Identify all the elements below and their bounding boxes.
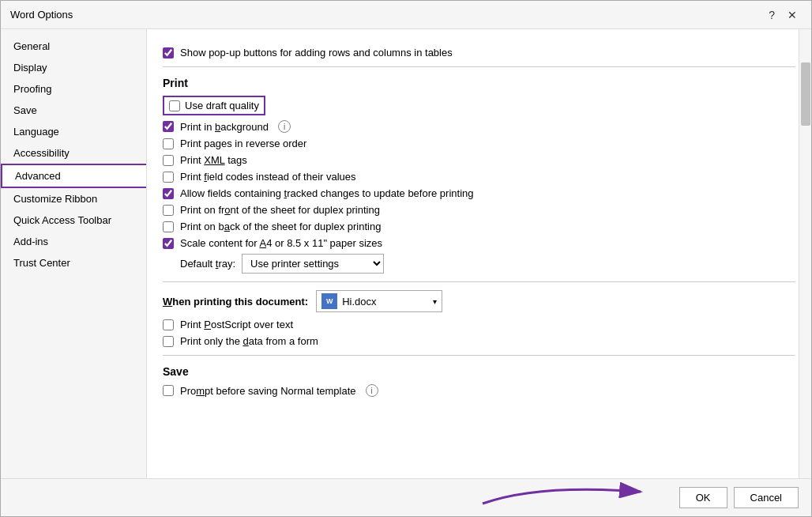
print-back-row: Print on back of the sheet for duplex pr… bbox=[163, 221, 795, 232]
print-back-label: Print on back of the sheet for duplex pr… bbox=[180, 221, 381, 232]
scale-content-checkbox[interactable] bbox=[163, 238, 174, 249]
prompt-normal-info-icon: i bbox=[366, 384, 378, 397]
scrollbar[interactable] bbox=[799, 29, 811, 478]
main-wrapper: Show pop-up buttons for adding rows and … bbox=[147, 29, 811, 478]
prompt-normal-checkbox[interactable] bbox=[163, 385, 174, 396]
doc-name: Hi.docx bbox=[342, 296, 376, 308]
cancel-button[interactable]: Cancel bbox=[734, 487, 799, 508]
default-tray-select[interactable]: Use printer settings Printer auto select… bbox=[242, 254, 384, 274]
ok-button[interactable]: OK bbox=[679, 487, 727, 508]
footer: OK Cancel bbox=[1, 478, 811, 516]
prompt-normal-row: Prompt before saving Normal template i bbox=[163, 384, 795, 397]
scale-content-row: Scale content for A4 or 8.5 x 11" paper … bbox=[163, 237, 795, 249]
title-bar-controls: ? ✕ bbox=[764, 7, 802, 23]
use-draft-checkbox[interactable] bbox=[169, 100, 180, 111]
print-background-info-icon: i bbox=[278, 120, 291, 133]
allow-fields-checkbox[interactable] bbox=[163, 188, 174, 199]
show-popup-checkbox[interactable] bbox=[163, 47, 174, 58]
scale-content-label: Scale content for A4 or 8.5 x 11" paper … bbox=[180, 237, 382, 249]
print-xml-label: Print XML tags bbox=[180, 154, 247, 166]
print-background-checkbox[interactable] bbox=[163, 121, 174, 132]
print-form-data-row: Print only the data from a form bbox=[163, 335, 795, 347]
print-postscript-checkbox[interactable] bbox=[163, 319, 174, 330]
word-options-dialog: Word Options ? ✕ GeneralDisplayProofingS… bbox=[0, 0, 812, 517]
print-field-codes-label: Print field codes instead of their value… bbox=[180, 171, 356, 183]
divider-2 bbox=[163, 281, 795, 282]
save-section-title: Save bbox=[163, 365, 795, 378]
sidebar-item-display[interactable]: Display bbox=[1, 57, 146, 78]
allow-fields-label: Allow fields containing tracked changes … bbox=[180, 187, 474, 199]
show-popup-buttons-row: Show pop-up buttons for adding rows and … bbox=[163, 47, 795, 58]
divider-1 bbox=[163, 66, 795, 67]
sidebar-item-save[interactable]: Save bbox=[1, 100, 146, 121]
print-background-label: Print in background bbox=[180, 121, 269, 133]
print-postscript-row: Print PostScript over text bbox=[163, 319, 795, 330]
sidebar-item-general[interactable]: General bbox=[1, 36, 146, 57]
print-back-checkbox[interactable] bbox=[163, 221, 174, 232]
when-printing-label: When printing this document: bbox=[163, 296, 308, 308]
print-field-codes-checkbox[interactable] bbox=[163, 172, 174, 183]
default-tray-label: Default tray: bbox=[180, 258, 235, 270]
print-reverse-label: Print pages in reverse order bbox=[180, 138, 306, 149]
sidebar-item-proofing[interactable]: Proofing bbox=[1, 78, 146, 100]
sidebar-item-customize-ribbon[interactable]: Customize Ribbon bbox=[1, 188, 146, 209]
scrollbar-thumb[interactable] bbox=[801, 62, 810, 126]
prompt-normal-label: Prompt before saving Normal template bbox=[180, 385, 356, 397]
sidebar-item-trust-center[interactable]: Trust Center bbox=[1, 252, 146, 274]
print-front-checkbox[interactable] bbox=[163, 205, 174, 216]
sidebar-item-accessibility[interactable]: Accessibility bbox=[1, 142, 146, 164]
print-reverse-checkbox[interactable] bbox=[163, 138, 174, 149]
title-bar: Word Options ? ✕ bbox=[1, 1, 811, 29]
sidebar-item-language[interactable]: Language bbox=[1, 121, 146, 142]
print-front-row: Print on front of the sheet for duplex p… bbox=[163, 204, 795, 216]
dialog-title: Word Options bbox=[10, 9, 73, 21]
help-button[interactable]: ? bbox=[764, 7, 780, 23]
use-draft-quality-row: Use draft quality bbox=[163, 96, 795, 115]
sidebar: GeneralDisplayProofingSaveLanguageAccess… bbox=[1, 29, 147, 478]
print-form-data-label: Print only the data from a form bbox=[180, 335, 318, 347]
when-printing-row: When printing this document: W Hi.docx ▾ bbox=[163, 290, 795, 312]
sidebar-item-add-ins[interactable]: Add-ins bbox=[1, 231, 146, 252]
print-postscript-label: Print PostScript over text bbox=[180, 319, 293, 330]
document-select[interactable]: W Hi.docx ▾ bbox=[316, 290, 442, 312]
sidebar-item-advanced[interactable]: Advanced bbox=[1, 164, 146, 188]
close-button[interactable]: ✕ bbox=[783, 7, 802, 23]
dropdown-arrow-icon: ▾ bbox=[433, 297, 437, 306]
print-field-codes-row: Print field codes instead of their value… bbox=[163, 171, 795, 183]
print-xml-row: Print XML tags bbox=[163, 154, 795, 166]
show-popup-label: Show pop-up buttons for adding rows and … bbox=[180, 47, 453, 58]
dialog-body: GeneralDisplayProofingSaveLanguageAccess… bbox=[1, 29, 811, 478]
arrow-annotation bbox=[475, 476, 672, 511]
print-section-title: Print bbox=[163, 77, 795, 89]
main-content: Show pop-up buttons for adding rows and … bbox=[147, 29, 811, 478]
use-draft-highlighted: Use draft quality bbox=[163, 96, 265, 115]
print-background-row: Print in background i bbox=[163, 120, 795, 133]
sidebar-item-quick-access-toolbar[interactable]: Quick Access Toolbar bbox=[1, 209, 146, 231]
print-form-data-checkbox[interactable] bbox=[163, 336, 174, 347]
print-reverse-row: Print pages in reverse order bbox=[163, 138, 795, 149]
doc-icon: W bbox=[321, 293, 337, 309]
print-xml-checkbox[interactable] bbox=[163, 155, 174, 166]
use-draft-label: Use draft quality bbox=[185, 100, 259, 111]
default-tray-row: Default tray: Use printer settings Print… bbox=[180, 254, 795, 274]
divider-3 bbox=[163, 355, 795, 356]
print-front-label: Print on front of the sheet for duplex p… bbox=[180, 204, 380, 216]
allow-fields-row: Allow fields containing tracked changes … bbox=[163, 187, 795, 199]
